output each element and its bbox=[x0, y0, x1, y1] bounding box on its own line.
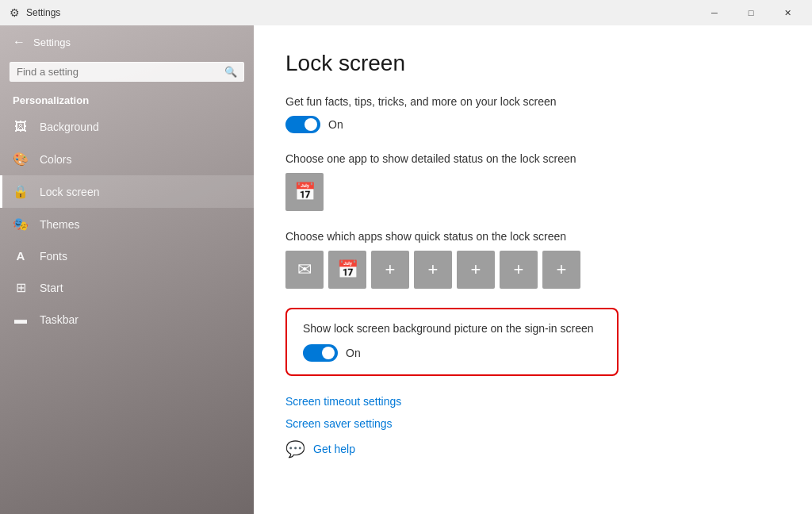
quick-status-section: Choose which apps show quick status on t… bbox=[285, 230, 780, 289]
sidebar-item-background[interactable]: 🖼 Background bbox=[0, 111, 254, 143]
detailed-status-app-grid: 📅 bbox=[285, 173, 780, 211]
help-icon: 💬 bbox=[285, 439, 305, 458]
mail-icon: ✉ bbox=[297, 259, 312, 280]
sidebar-label-lock-screen: Lock screen bbox=[40, 186, 99, 198]
colors-icon: 🎨 bbox=[13, 152, 29, 167]
search-input[interactable] bbox=[17, 66, 224, 78]
sidebar-label-fonts: Fonts bbox=[40, 250, 67, 263]
detailed-status-label: Choose one app to show detailed status o… bbox=[285, 152, 780, 165]
quick-slot-calendar[interactable]: 📅 bbox=[328, 251, 366, 289]
screen-timeout-link[interactable]: Screen timeout settings bbox=[285, 395, 780, 408]
quick-slot-add-5[interactable]: + bbox=[542, 251, 580, 289]
title-bar-left: ⚙ Settings bbox=[10, 6, 60, 19]
sign-in-toggle-label: On bbox=[346, 347, 361, 359]
sidebar-item-taskbar[interactable]: ▬ Taskbar bbox=[0, 304, 254, 336]
settings-app-icon: ⚙ bbox=[10, 6, 20, 19]
quick-status-label: Choose which apps show quick status on t… bbox=[285, 230, 780, 243]
fonts-icon: A bbox=[13, 249, 29, 263]
page-title: Lock screen bbox=[285, 51, 780, 76]
sidebar-item-colors[interactable]: 🎨 Colors bbox=[0, 143, 254, 175]
fun-facts-label: Get fun facts, tips, tricks, and more on… bbox=[285, 95, 780, 108]
sign-in-background-section: Show lock screen background picture on t… bbox=[285, 308, 619, 376]
back-button[interactable]: ← Settings bbox=[0, 25, 254, 59]
get-help-link[interactable]: Get help bbox=[313, 443, 355, 455]
sidebar-item-start[interactable]: ⊞ Start bbox=[0, 271, 254, 304]
get-help-row: 💬 Get help bbox=[285, 439, 780, 458]
sign-in-toggle-row: On bbox=[303, 344, 601, 362]
search-box[interactable]: 🔍 bbox=[10, 62, 244, 82]
add-icon-3: + bbox=[471, 259, 481, 280]
sidebar-label-colors: Colors bbox=[40, 153, 71, 166]
title-bar-title: Settings bbox=[26, 7, 60, 18]
sidebar-item-lock-screen[interactable]: 🔒 Lock screen bbox=[0, 175, 254, 208]
quick-status-app-grid: ✉ 📅 + + + + + bbox=[285, 251, 780, 289]
add-icon-5: + bbox=[557, 259, 567, 280]
sidebar: ← Settings 🔍 Personalization 🖼 Backgroun… bbox=[0, 25, 254, 514]
quick-slot-add-4[interactable]: + bbox=[500, 251, 538, 289]
quick-slot-add-2[interactable]: + bbox=[414, 251, 452, 289]
quick-slot-add-1[interactable]: + bbox=[371, 251, 409, 289]
add-icon-2: + bbox=[428, 259, 439, 280]
back-label: Settings bbox=[33, 36, 71, 48]
sidebar-item-fonts[interactable]: A Fonts bbox=[0, 240, 254, 271]
sidebar-item-themes[interactable]: 🎭 Themes bbox=[0, 208, 254, 240]
quick-slot-mail[interactable]: ✉ bbox=[285, 251, 324, 289]
sidebar-label-themes: Themes bbox=[40, 218, 80, 231]
quick-slot-add-3[interactable]: + bbox=[457, 251, 495, 289]
background-icon: 🖼 bbox=[13, 120, 29, 134]
taskbar-icon: ▬ bbox=[13, 313, 29, 327]
back-arrow-icon: ← bbox=[13, 35, 25, 49]
search-icon[interactable]: 🔍 bbox=[224, 66, 237, 78]
sidebar-label-start: Start bbox=[40, 282, 63, 294]
sign-in-toggle[interactable] bbox=[303, 344, 338, 362]
add-icon-1: + bbox=[385, 259, 396, 280]
detailed-status-slot-calendar[interactable]: 📅 bbox=[285, 173, 324, 211]
close-button[interactable]: ✕ bbox=[769, 0, 806, 25]
add-icon-4: + bbox=[514, 259, 524, 280]
sidebar-label-taskbar: Taskbar bbox=[40, 313, 79, 326]
title-bar: ⚙ Settings ─ □ ✕ bbox=[0, 0, 812, 25]
sign-in-background-label: Show lock screen background picture on t… bbox=[303, 322, 601, 335]
main-content: Lock screen Get fun facts, tips, tricks,… bbox=[254, 25, 812, 514]
sidebar-label-background: Background bbox=[40, 121, 99, 133]
fun-facts-toggle-label: On bbox=[328, 118, 343, 131]
screen-saver-link[interactable]: Screen saver settings bbox=[285, 417, 780, 430]
minimize-button[interactable]: ─ bbox=[696, 0, 733, 25]
calendar2-icon: 📅 bbox=[337, 259, 358, 280]
calendar-icon: 📅 bbox=[294, 182, 316, 202]
detailed-status-section: Choose one app to show detailed status o… bbox=[285, 152, 780, 211]
fun-facts-toggle-row: On bbox=[285, 116, 780, 133]
lock-screen-icon: 🔒 bbox=[13, 184, 29, 199]
sign-in-toggle-knob bbox=[322, 347, 335, 359]
start-icon: ⊞ bbox=[13, 280, 29, 295]
sidebar-nav: 🖼 Background 🎨 Colors 🔒 Lock screen 🎭 Th… bbox=[0, 111, 254, 336]
sidebar-section-title: Personalization bbox=[0, 88, 254, 111]
fun-facts-toggle[interactable] bbox=[285, 116, 320, 133]
themes-icon: 🎭 bbox=[13, 217, 29, 232]
app-body: ← Settings 🔍 Personalization 🖼 Backgroun… bbox=[0, 25, 812, 514]
fun-facts-toggle-knob bbox=[304, 118, 317, 131]
fun-facts-section: Get fun facts, tips, tricks, and more on… bbox=[285, 95, 780, 133]
maximize-button[interactable]: □ bbox=[733, 0, 769, 25]
title-bar-controls: ─ □ ✕ bbox=[696, 0, 806, 25]
